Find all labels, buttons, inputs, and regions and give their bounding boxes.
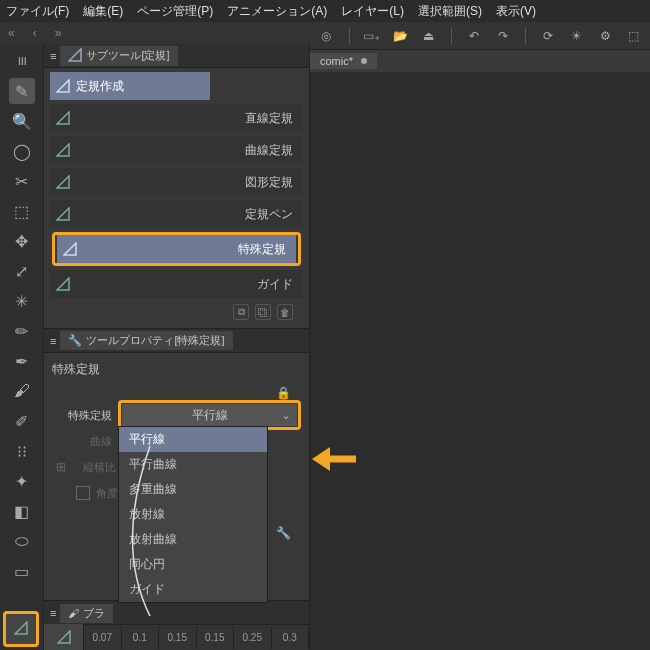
menu-select[interactable]: 選択範囲(S) bbox=[418, 3, 482, 20]
option-parallel[interactable]: 平行線 bbox=[119, 427, 267, 452]
menu-view[interactable]: 表示(V) bbox=[496, 3, 536, 20]
brush-header-icon: 🖌 bbox=[68, 607, 79, 619]
menu-bar: ファイル(F) 編集(E) ページ管理(P) アニメーション(A) レイヤー(L… bbox=[0, 0, 650, 22]
ruler-cell-icon[interactable] bbox=[44, 624, 84, 651]
handle-icon[interactable]: ≡ bbox=[9, 48, 35, 74]
rect-icon[interactable]: ▭ bbox=[9, 558, 35, 584]
option-parallel-curve[interactable]: 平行曲線 bbox=[119, 452, 267, 477]
sun-icon[interactable]: ☀ bbox=[566, 25, 587, 47]
pencil-icon[interactable]: ✏ bbox=[9, 318, 35, 344]
canvas-toolbar: ◎ ▭₊ 📂 ⏏ ↶ ↷ ⟳ ☀ ⚙ ⬚ bbox=[310, 22, 650, 50]
panel-handle-icon[interactable]: ≡ bbox=[50, 607, 56, 619]
brush-size-header: ≡ 🖌 ブラ bbox=[44, 600, 309, 624]
nav-fwd-icon[interactable]: ‹ bbox=[33, 26, 37, 40]
tool-property-header: ≡ 🔧 ツールプロパティ[特殊定規] bbox=[44, 329, 309, 353]
cube-icon[interactable]: ⬚ bbox=[9, 198, 35, 224]
brush-tab[interactable]: 🖌 ブラ bbox=[60, 604, 113, 623]
subtool-ruler-pen[interactable]: 定規ペン bbox=[50, 200, 303, 228]
option-multi-curve[interactable]: 多重曲線 bbox=[119, 477, 267, 502]
tab-comic[interactable]: comic* bbox=[310, 53, 377, 69]
selection-circle-icon[interactable]: ◯ bbox=[9, 138, 35, 164]
special-ruler-row: 特殊定規 平行線 平行線 平行曲線 多重曲線 放射線 放射曲線 bbox=[52, 402, 301, 428]
subtool-list: 定規作成 直線定規 曲線定規 図形定規 定規ペン 特殊定規 bbox=[44, 68, 309, 328]
tool-property-panel: ≡ 🔧 ツールプロパティ[特殊定規] 特殊定規 🔒 特殊定規 平行線 bbox=[44, 328, 309, 548]
panel-handle-icon[interactable]: ≡ bbox=[50, 335, 56, 347]
lasso-icon[interactable]: ✂ bbox=[9, 168, 35, 194]
unsaved-dot-icon bbox=[361, 58, 367, 64]
size-cell[interactable]: 0.1 bbox=[122, 626, 160, 649]
size-cell[interactable]: 0.15 bbox=[159, 626, 197, 649]
document-tabs: comic* bbox=[310, 50, 650, 72]
swirl-icon[interactable]: ◎ bbox=[316, 25, 337, 47]
blend-icon[interactable]: ⬭ bbox=[9, 528, 35, 554]
size-cell[interactable]: 0.15 bbox=[197, 626, 235, 649]
menu-edit[interactable]: 編集(E) bbox=[83, 3, 123, 20]
subtool-actions: ⧉ ⿻ 🗑 bbox=[50, 302, 303, 326]
duplicate-icon[interactable]: ⿻ bbox=[255, 304, 271, 320]
canvas-area: ◎ ▭₊ 📂 ⏏ ↶ ↷ ⟳ ☀ ⚙ ⬚ comic* bbox=[310, 22, 650, 650]
brush-size-strip: 0.07 0.1 0.15 0.15 0.25 0.3 bbox=[44, 624, 309, 650]
subtool-line-ruler[interactable]: 直線定規 bbox=[50, 104, 303, 132]
nav-next-icon[interactable]: » bbox=[55, 26, 62, 40]
option-guide[interactable]: ガイド bbox=[119, 577, 267, 602]
size-cell[interactable]: 0.25 bbox=[234, 626, 272, 649]
redo-icon[interactable]: ↷ bbox=[492, 25, 513, 47]
lock-icon[interactable]: 🔒 bbox=[276, 386, 291, 400]
special-ruler-dropdown-menu: 平行線 平行曲線 多重曲線 放射線 放射曲線 同心円 ガイド bbox=[118, 426, 268, 603]
menu-file[interactable]: ファイル(F) bbox=[6, 3, 69, 20]
tool-property-title: 特殊定規 bbox=[52, 359, 301, 384]
transform-icon[interactable]: ⤢ bbox=[9, 258, 35, 284]
ruler-triangle-icon bbox=[14, 621, 28, 638]
copy-icon[interactable]: ⧉ bbox=[233, 304, 249, 320]
crop-icon[interactable]: ⬚ bbox=[623, 25, 644, 47]
brush2-icon[interactable]: 🖌 bbox=[9, 378, 35, 404]
subtool-tab[interactable]: サブツール[定規] bbox=[60, 46, 177, 66]
arrow-annotation bbox=[312, 444, 356, 474]
trash-icon[interactable]: 🗑 bbox=[277, 304, 293, 320]
eraser-icon[interactable]: ◧ bbox=[9, 498, 35, 524]
sparkle-icon[interactable]: ✳ bbox=[9, 288, 35, 314]
undo-icon[interactable]: ↶ bbox=[464, 25, 485, 47]
nav-back-icon[interactable]: « bbox=[8, 26, 15, 40]
subtool-create-ruler[interactable]: 定規作成 bbox=[50, 72, 210, 100]
tool-property-tab[interactable]: 🔧 ツールプロパティ[特殊定規] bbox=[60, 331, 232, 350]
subtool-guide[interactable]: ガイド bbox=[50, 270, 303, 298]
tool-bar: ≡ ✎ 🔍 ◯ ✂ ⬚ ✥ ⤢ ✳ ✏ ✒ 🖌 ✐ ⁝⁝ ✦ ◧ ⬭ ▭ bbox=[0, 44, 44, 650]
menu-layer[interactable]: レイヤー(L) bbox=[341, 3, 404, 20]
marker-icon[interactable]: ✐ bbox=[9, 408, 35, 434]
menu-page[interactable]: ページ管理(P) bbox=[137, 3, 213, 20]
expand-icon[interactable]: ⊞ bbox=[52, 460, 70, 474]
magnify-icon[interactable]: 🔍 bbox=[9, 108, 35, 134]
side-panel: ≡ サブツール[定規] 定規作成 直線定規 曲線定規 図形定規 bbox=[44, 44, 310, 650]
size-cell[interactable]: 0.07 bbox=[84, 626, 122, 649]
new-icon[interactable]: ▭₊ bbox=[361, 25, 382, 47]
wrench-bottom-icon[interactable]: 🔧 bbox=[276, 526, 291, 540]
wand-icon[interactable]: ✦ bbox=[9, 468, 35, 494]
gear-icon[interactable]: ⚙ bbox=[595, 25, 616, 47]
pen-icon[interactable]: ✒ bbox=[9, 348, 35, 374]
special-ruler-label: 特殊定規 bbox=[52, 408, 112, 423]
angle-checkbox[interactable] bbox=[76, 486, 90, 500]
special-ruler-dropdown[interactable]: 平行線 bbox=[122, 404, 297, 426]
subtool-curve-ruler[interactable]: 曲線定規 bbox=[50, 136, 303, 164]
subtool-shape-ruler[interactable]: 図形定規 bbox=[50, 168, 303, 196]
menu-anim[interactable]: アニメーション(A) bbox=[227, 3, 327, 20]
open-icon[interactable]: 📂 bbox=[390, 25, 411, 47]
subtool-panel-header: ≡ サブツール[定規] bbox=[44, 44, 309, 68]
option-radial-curve[interactable]: 放射曲線 bbox=[119, 527, 267, 552]
ruler-tool-highlighted[interactable] bbox=[3, 611, 39, 647]
save-icon[interactable]: ⏏ bbox=[418, 25, 439, 47]
subtool-special-ruler-highlight: 特殊定規 bbox=[52, 232, 301, 266]
size-cell[interactable]: 0.3 bbox=[272, 626, 310, 649]
option-radial[interactable]: 放射線 bbox=[119, 502, 267, 527]
brush-tool-icon[interactable]: ✎ bbox=[9, 78, 35, 104]
panel-handle-icon[interactable]: ≡ bbox=[50, 50, 56, 62]
spray-icon[interactable]: ⁝⁝ bbox=[9, 438, 35, 464]
subtool-special-ruler[interactable]: 特殊定規 bbox=[57, 235, 296, 263]
option-concentric[interactable]: 同心円 bbox=[119, 552, 267, 577]
move-icon[interactable]: ✥ bbox=[9, 228, 35, 254]
wrench-icon: 🔧 bbox=[68, 334, 82, 347]
loading-icon[interactable]: ⟳ bbox=[538, 25, 559, 47]
